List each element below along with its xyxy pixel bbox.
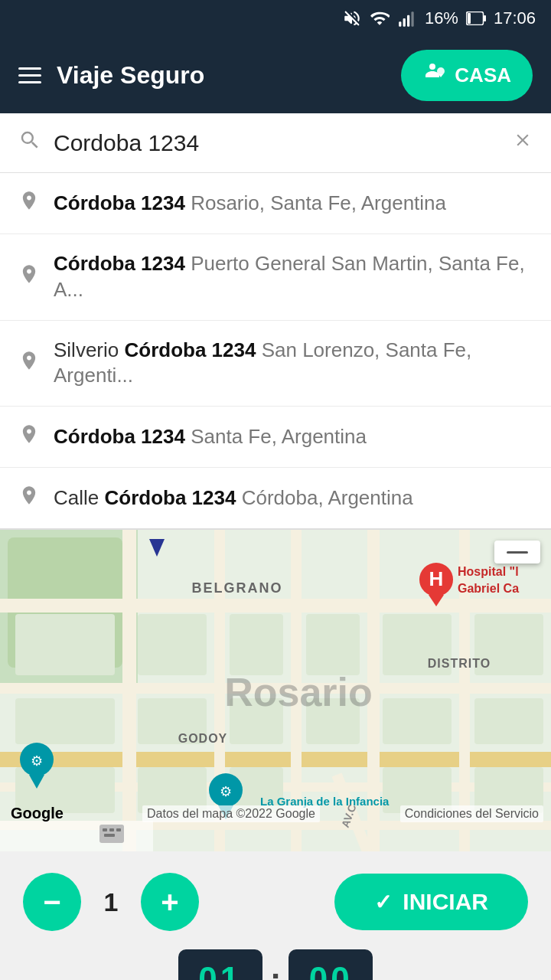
timer-seconds-block: 00 [289,949,373,980]
svg-rect-0 [399,21,401,27]
suggestion-item[interactable]: Córdoba 1234 Puerto General San Martin, … [0,234,551,321]
battery-level: 16% [425,8,458,28]
status-icons: 16% 17:06 [342,8,536,28]
svg-rect-27 [230,614,283,675]
svg-text:Gabriel Ca: Gabriel Ca [458,582,519,595]
increment-button[interactable]: + [141,873,199,931]
status-bar: 16% 17:06 [0,0,551,37]
svg-rect-29 [306,614,360,675]
wifi-icon [370,8,390,28]
suggestion-item[interactable]: Calle Córdoba 1234 Córdoba, Argentina [0,468,551,528]
location-pin-icon [18,350,40,377]
svg-rect-63 [104,834,115,837]
decrement-button[interactable]: − [23,873,81,931]
battery-icon [466,11,486,25]
suggestion-text: Córdoba 1234 Puerto General San Martin, … [54,251,533,303]
check-icon: ✓ [374,890,392,915]
location-pin-icon [18,263,40,290]
iniciar-button[interactable]: ✓ INICIAR [334,874,528,930]
suggestion-item[interactable]: Córdoba 1234 Rosario, Santa Fe, Argentin… [0,173,551,234]
svg-rect-62 [116,828,121,831]
mute-icon [342,8,362,28]
timer-row: 01 : 00 [23,949,528,980]
search-bar [0,113,551,173]
clear-search-icon[interactable] [513,130,533,155]
menu-button[interactable] [18,67,41,83]
svg-point-7 [429,64,435,70]
svg-rect-32 [383,698,452,744]
suggestion-item[interactable]: Silverio Córdoba 1234 San Lorenzo, Santa… [0,321,551,407]
svg-rect-21 [459,530,470,851]
svg-rect-3 [411,11,413,27]
svg-rect-34 [474,698,543,744]
map-minimize-button[interactable] [494,541,540,564]
counter-value: 1 [99,887,122,917]
map-attribution: Datos del mapa ©2022 Google [142,805,320,822]
svg-text:H: H [429,567,444,590]
svg-text:BELGRANO: BELGRANO [192,580,283,596]
svg-rect-60 [103,828,107,831]
timer-minutes-block: 01 [178,949,262,980]
google-logo: Google [11,805,64,822]
svg-text:GODOY: GODOY [178,732,228,745]
svg-text:⚙: ⚙ [31,753,43,769]
signal-icon [397,8,417,28]
svg-text:Rosario: Rosario [224,670,373,714]
svg-point-8 [437,67,445,75]
map-terms: Condiciones del Servicio [400,805,543,822]
suggestion-item[interactable]: Córdoba 1234 Santa Fe, Argentina [0,407,551,468]
svg-rect-23 [15,614,115,675]
location-pin-icon [18,423,40,450]
app-title: Viaje Seguro [57,61,386,90]
iniciar-label: INICIAR [403,889,488,915]
bottom-controls: − 1 + ✓ INICIAR 01 : 00 [0,851,551,980]
svg-rect-24 [15,698,115,744]
app-header: Viaje Seguro CASA [0,37,551,113]
search-icon [18,129,41,157]
svg-rect-5 [468,13,471,24]
map-view[interactable]: BELGRANO GODOY Rosario DISTRITO H Hospit… [0,530,551,851]
svg-rect-61 [109,828,114,831]
svg-rect-1 [403,18,405,27]
svg-rect-17 [122,530,136,851]
plus-icon: + [161,887,178,917]
minimize-icon [507,551,528,554]
timer-separator: : [270,960,282,980]
suggestions-list: Córdoba 1234 Rosario, Santa Fe, Argentin… [0,173,551,530]
casa-button[interactable]: CASA [401,50,533,101]
counter-section: − 1 + [23,873,199,931]
svg-text:Hospital "l: Hospital "l [458,565,519,578]
search-input[interactable] [54,130,500,156]
svg-rect-2 [407,15,409,27]
location-pin-icon [18,190,40,217]
svg-text:DISTRITO: DISTRITO [428,657,491,670]
person-location-icon [422,60,447,90]
suggestion-text: Córdoba 1234 Rosario, Santa Fe, Argentin… [54,191,446,217]
suggestion-text: Silverio Córdoba 1234 San Lorenzo, Santa… [54,338,533,390]
timer-minutes: 01 [198,960,242,980]
time-display: 17:06 [494,8,536,28]
svg-rect-58 [0,821,153,851]
location-pin-icon [18,485,40,511]
svg-rect-6 [484,15,486,21]
svg-rect-25 [138,614,207,675]
svg-text:⚙: ⚙ [220,784,232,799]
controls-row: − 1 + ✓ INICIAR [23,873,528,931]
suggestion-text: Calle Córdoba 1234 Córdoba, Argentina [54,485,413,511]
suggestion-text: Córdoba 1234 Santa Fe, Argentina [54,424,367,450]
timer-seconds: 00 [309,960,353,980]
casa-label: CASA [455,64,511,87]
minus-icon: − [43,887,60,917]
